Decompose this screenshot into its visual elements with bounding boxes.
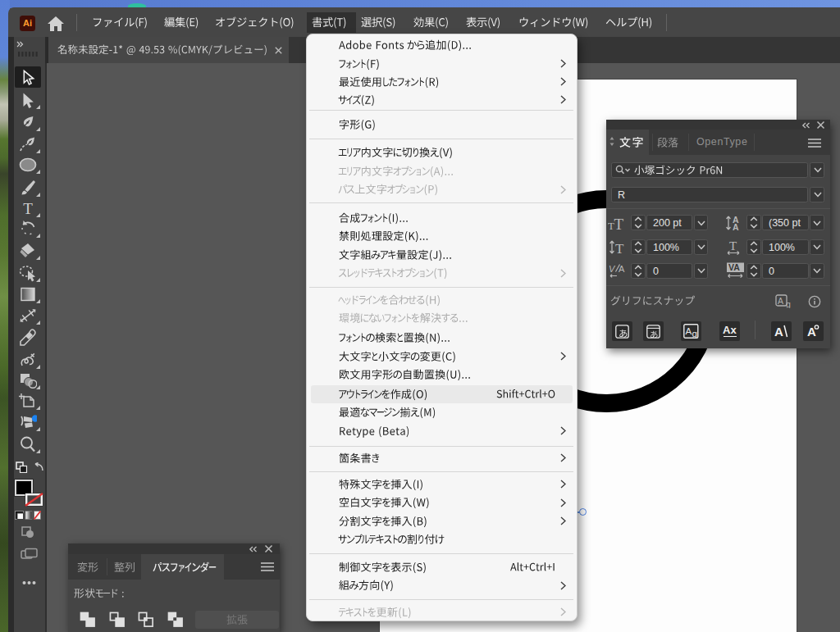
svg-text:VA: VA <box>728 262 740 272</box>
svg-text:g: g <box>692 329 697 339</box>
svg-text:T: T <box>23 200 33 217</box>
svg-text:T: T <box>615 241 624 256</box>
svg-text:A: A <box>619 264 625 274</box>
svg-text:V: V <box>609 264 616 274</box>
svg-text:A: A <box>686 326 692 336</box>
svg-text:A: A <box>778 296 783 306</box>
svg-text:T: T <box>614 216 624 230</box>
svg-text:T: T <box>729 239 737 252</box>
svg-text:g: g <box>786 299 791 308</box>
svg-text:A: A <box>774 325 783 339</box>
svg-text:A: A <box>733 222 739 231</box>
